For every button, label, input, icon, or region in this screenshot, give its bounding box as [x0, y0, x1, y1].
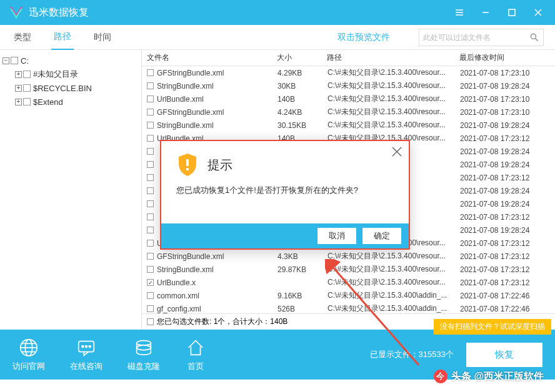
file-name: UrlBundle.xml [157, 95, 278, 104]
col-size[interactable]: 大小 [277, 52, 327, 63]
search-box[interactable] [419, 29, 544, 46]
checkbox[interactable] [147, 174, 154, 181]
summary-text: 您已勾选文件数: 1个，合计大小：140B [157, 316, 288, 327]
checkbox[interactable] [23, 71, 31, 78]
file-size: 30KB [278, 82, 328, 91]
tree-node[interactable]: +$Extend [15, 95, 139, 109]
checkbox[interactable] [147, 305, 154, 312]
checkbox[interactable] [147, 135, 154, 142]
checkbox[interactable] [23, 98, 31, 105]
table-row[interactable]: UrlBundle.xml140BC:\#未知父目录\2.15.3.400\re… [142, 92, 555, 105]
table-row[interactable]: StringBundle.xml30KBC:\#未知父目录\2.15.3.400… [142, 79, 555, 92]
table-row[interactable]: UrlBundle.xC:\#未知父目录\2.15.3.400\resour..… [142, 276, 555, 289]
ok-button[interactable]: 确定 [362, 228, 401, 244]
disk-clone-button[interactable]: 磁盘克隆 [128, 337, 160, 372]
checkbox[interactable] [147, 69, 154, 76]
confirm-dialog: 提示 您已成功恢复1个文件!是否打开恢复所在的文件夹? 取消 确定 [160, 140, 410, 250]
file-name: StringBundle.xml [157, 82, 278, 91]
tab-time[interactable]: 时间 [91, 26, 114, 49]
file-date: 2021-07-08 17:23:12 [460, 239, 555, 248]
file-name: StringBundle.xml [157, 121, 278, 130]
close-icon[interactable] [525, 0, 551, 25]
tabs-row: 类型 路径 时间 双击预览文件 [0, 25, 555, 50]
file-size: 30.15KB [278, 121, 328, 130]
app-logo-icon [8, 4, 25, 21]
table-row[interactable]: GFStringBundle.xml4.29KBC:\#未知父目录\2.15.3… [142, 66, 555, 79]
home-button[interactable]: 首页 [185, 337, 206, 372]
svg-rect-22 [186, 159, 189, 166]
visit-site-button[interactable]: 访问官网 [12, 337, 45, 372]
folder-tree[interactable]: − C: +#未知父目录+$RECYCLE.BIN+$Extend [0, 50, 142, 330]
file-size: 4.29KB [278, 69, 328, 77]
col-date[interactable]: 最后修改时间 [459, 52, 555, 63]
collapse-icon[interactable]: − [2, 57, 9, 64]
expand-icon[interactable]: + [15, 85, 22, 92]
cancel-button[interactable]: 取消 [318, 228, 356, 244]
checkbox[interactable] [147, 266, 154, 273]
file-date: 2021-07-08 17:23:10 [460, 95, 555, 104]
tree-node[interactable]: +$RECYCLE.BIN [15, 81, 139, 95]
checkbox[interactable] [147, 318, 154, 325]
checkbox[interactable] [147, 240, 154, 247]
svg-point-7 [531, 34, 536, 39]
tree-node[interactable]: +#未知父目录 [15, 67, 139, 81]
chat-button[interactable]: 在线咨询 [70, 337, 102, 372]
checkbox[interactable] [147, 213, 154, 220]
search-input[interactable] [423, 33, 529, 42]
table-header: 文件名 大小 路径 最后修改时间 [142, 50, 555, 66]
file-date: 2021-07-08 17:23:12 [460, 213, 555, 222]
file-date: 2021-07-08 17:23:12 [460, 265, 555, 274]
col-name[interactable]: 文件名 [142, 52, 277, 63]
table-row[interactable]: StringBundle.xml30.15KBC:\#未知父目录\2.15.3.… [142, 119, 555, 132]
status-text: 已显示文件：315533个 [370, 349, 454, 360]
file-date: 2021-07-08 19:28:24 [460, 82, 555, 91]
dialog-close-icon[interactable] [391, 146, 402, 160]
checkbox[interactable] [147, 200, 154, 207]
checkbox[interactable] [11, 57, 18, 64]
file-date: 2021-07-08 17:23:12 [460, 278, 555, 287]
expand-icon[interactable]: + [15, 71, 22, 78]
table-row[interactable]: GFStringBundle.xml4.24KBC:\#未知父目录\2.15.3… [142, 105, 555, 119]
checkbox[interactable] [147, 227, 154, 233]
checkbox[interactable] [147, 292, 154, 299]
checkbox[interactable] [147, 253, 154, 260]
svg-point-19 [137, 345, 151, 350]
table-row[interactable]: GFStringBundle.xml4.3KBC:\#未知父目录\2.15.3.… [142, 250, 555, 263]
checkbox[interactable] [147, 187, 154, 194]
table-row[interactable]: gf_config.xml526BC:\#未知父目录\2.15.3.400\ad… [142, 302, 555, 313]
file-date: 2021-07-08 17:22:46 [460, 305, 555, 313]
svg-point-15 [82, 346, 84, 348]
checkbox[interactable] [147, 96, 154, 102]
checkbox[interactable] [147, 122, 154, 129]
tab-path[interactable]: 路径 [51, 25, 74, 50]
expand-icon[interactable]: + [15, 99, 22, 105]
file-size: 140B [278, 95, 328, 104]
minimize-icon[interactable] [472, 0, 499, 25]
checkbox[interactable] [147, 148, 154, 155]
checkbox[interactable] [147, 161, 154, 168]
recover-button[interactable]: 恢复 [466, 343, 542, 367]
checkbox[interactable] [147, 82, 154, 89]
file-date: 2021-07-08 19:28:24 [460, 200, 555, 208]
deep-scan-button[interactable]: 没有扫描到文件？试试深度扫描 [434, 319, 551, 335]
file-date: 2021-07-08 17:22:46 [460, 292, 555, 300]
tab-type[interactable]: 类型 [11, 26, 34, 49]
table-row[interactable]: common.xml9.16KBC:\#未知父目录\2.15.3.400\add… [142, 289, 555, 302]
table-row[interactable]: StringBundle.xml29.87KBC:\#未知父目录\2.15.3.… [142, 263, 555, 276]
maximize-icon[interactable] [499, 0, 525, 25]
file-size: 4.24KB [278, 108, 328, 117]
menu-icon[interactable] [446, 0, 472, 25]
tree-root[interactable]: − C: [2, 54, 139, 67]
file-date: 2021-07-08 17:23:12 [460, 252, 555, 261]
file-name: common.xml [157, 292, 278, 300]
checkbox[interactable] [147, 109, 154, 115]
svg-line-8 [536, 38, 538, 41]
search-icon[interactable] [529, 32, 539, 42]
watermark-icon: 今 [434, 370, 448, 383]
col-path[interactable]: 路径 [327, 52, 459, 63]
titlebar: 迅米数据恢复 [0, 0, 555, 25]
file-path: C:\#未知父目录\2.15.3.400\addin_... [328, 303, 460, 313]
file-path: C:\#未知父目录\2.15.3.400\resour... [328, 81, 460, 91]
checkbox[interactable] [23, 84, 31, 92]
checkbox[interactable] [147, 279, 154, 286]
